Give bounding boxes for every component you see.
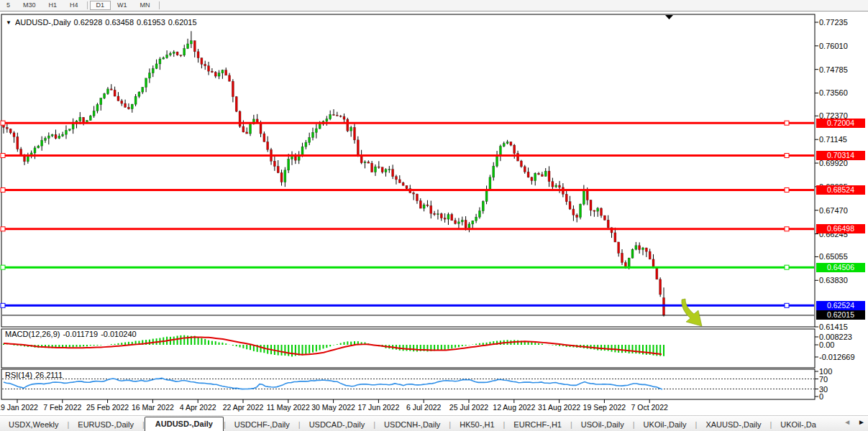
ohlc-low: 0.61953 (137, 18, 165, 27)
horizontal-line-0.72004[interactable] (1, 121, 814, 125)
date-axis-label: 7 Oct 2022 (631, 403, 668, 412)
line-handle[interactable] (785, 265, 789, 269)
price-line-label-0.66498: 0.66498 (816, 224, 865, 233)
line-handle[interactable] (1, 303, 5, 307)
date-axis-label: 30 May 2022 (311, 403, 355, 412)
price-line-label-0.70314: 0.70314 (816, 151, 865, 160)
price-line-label-0.62524: 0.62524 (816, 301, 865, 310)
horizontal-line-0.62524[interactable] (1, 303, 814, 307)
line-handle[interactable] (1, 153, 5, 157)
date-axis-label: 17 Jun 2022 (357, 403, 399, 412)
line-handle[interactable] (785, 121, 789, 125)
tab-scroll-left-icon[interactable]: ◄ (844, 418, 851, 426)
line-handle[interactable] (1, 227, 5, 231)
price-axis-tick: 0.73560 (819, 88, 848, 97)
ohlc-close: 0.62015 (168, 18, 197, 27)
date-axis-label: 6 Jul 2022 (406, 403, 441, 412)
macd-signal-value: -0.010240 (101, 330, 137, 338)
line-handle[interactable] (785, 153, 789, 157)
rsi-axis-tick: 70 (819, 375, 828, 384)
horizontal-line-0.66498[interactable] (1, 227, 814, 231)
rsi-indicator-label: RSI(14)26.2111 (5, 371, 65, 379)
tab-scroll-right-icon[interactable]: ► (858, 418, 865, 426)
arrow-annotation[interactable] (682, 299, 702, 326)
chart-symbol-label: AUDUSD-,Daily (15, 18, 71, 27)
macd-histogram (4, 335, 664, 357)
date-axis-label: 11 May 2022 (267, 403, 310, 412)
rsi-axis-tick: 0 (819, 392, 823, 401)
date-axis-label: 7 Feb 2022 (43, 403, 81, 412)
date-axis-label: 4 Apr 2022 (180, 403, 216, 412)
date-axis-label: 19 Sep 2022 (583, 403, 626, 412)
macd-indicator-label: MACD(12,26,9)-0.011719-0.010240 (5, 330, 140, 338)
macd-axis-tick: 0.00 (819, 340, 834, 349)
current-price-label: 0.62015 (816, 310, 865, 320)
chart-title: ▼AUDUSD-,Daily0.629280.634580.619530.620… (6, 18, 200, 27)
rsi-value: 26.2111 (35, 371, 63, 379)
price-axis-tick: 0.71145 (819, 135, 847, 144)
date-axis-label: 16 Mar 2022 (132, 403, 174, 412)
horizontal-line-0.64506[interactable] (1, 265, 814, 269)
line-handle[interactable] (785, 303, 789, 307)
line-handle[interactable] (1, 265, 5, 269)
trading-platform-window: 5M30H1H4D1W1MN ▼AUDUSD-,Daily0.629280.63… (0, 0, 868, 431)
ohlc-open: 0.62928 (74, 18, 103, 27)
price-axis-tick: 0.77235 (819, 18, 848, 27)
date-axis-label: 25 Feb 2022 (86, 403, 129, 412)
panel-frames (0, 12, 868, 399)
price-axis-tick: 0.67470 (819, 206, 848, 215)
horizontal-line-0.70314[interactable] (1, 153, 814, 157)
date-axis-label: 12 Aug 2022 (493, 403, 535, 412)
line-handle[interactable] (785, 227, 789, 231)
chart-canvas (0, 0, 868, 431)
chart-collapse-icon[interactable]: ▼ (6, 19, 12, 26)
price-axis-tick: 0.74785 (819, 65, 848, 74)
date-axis-label: 19 Jan 2022 (0, 403, 38, 412)
axis-ticks (17, 22, 818, 403)
price-line-label-0.68524: 0.68524 (816, 185, 865, 195)
price-axis-tick: 0.61415 (819, 323, 848, 331)
price-axis-tick: 0.65055 (819, 252, 848, 261)
date-axis-label: 25 Jul 2022 (449, 403, 488, 412)
date-axis-label: 22 Apr 2022 (223, 403, 264, 412)
macd-axis-tick: -0.012669 (819, 353, 855, 361)
bar-shift-marker-icon[interactable] (665, 15, 673, 19)
tab-scrollers: ◄ ► (844, 418, 865, 426)
line-handle[interactable] (1, 121, 5, 125)
price-axis-tick: 0.76010 (819, 42, 848, 50)
ohlc-high: 0.63458 (105, 18, 134, 27)
price-line-label-0.72004: 0.72004 (816, 119, 865, 128)
price-line-label-0.64506: 0.64506 (816, 263, 865, 272)
date-axis-label: 31 Aug 2022 (538, 403, 580, 412)
rsi-line (4, 378, 662, 389)
line-handle[interactable] (785, 187, 789, 192)
macd-name: MACD(12,26,9) (5, 330, 60, 338)
candlestick-series (3, 31, 665, 316)
rsi-name: RSI(14) (5, 371, 32, 379)
price-axis-tick: 0.63830 (819, 276, 848, 284)
line-handle[interactable] (1, 187, 5, 192)
macd-main-value: -0.011719 (63, 330, 98, 338)
